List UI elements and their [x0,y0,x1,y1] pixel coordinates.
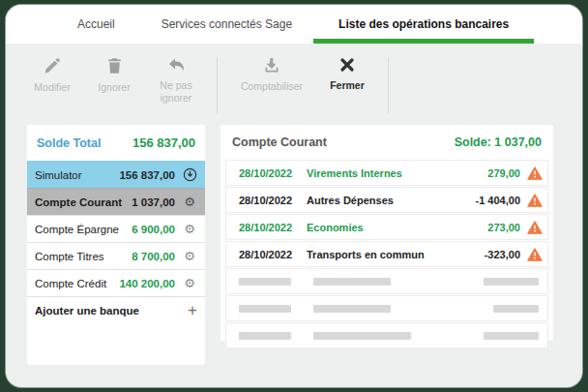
placeholder-bar [313,332,411,340]
solde-total-value: 156 837,00 [132,136,195,150]
fermer-label: Fermer [330,79,365,92]
account-balance: 8 700,00 [132,251,175,262]
operation-amount: -323,00 [485,249,520,260]
operation-label: Virements Internes [307,167,461,179]
operation-amount: 273,00 [487,222,520,233]
toolbar-separator [217,57,218,113]
operations-balance: Solde: 1 037,00 [455,136,542,149]
operation-date: 28/10/2022 [239,195,307,206]
comptabiliser-label: Comptabiliser [241,80,303,93]
operation-row[interactable]: 28/10/2022 Virements Internes 279,00 [225,160,548,186]
ne-pas-ignorer-button[interactable]: Ne pas ignorer [145,57,207,104]
account-balance: 140 200,00 [119,278,175,289]
operation-label: Autres Dépenses [307,195,461,206]
app-window: Accueil Services connectés Sage Liste de… [6,5,582,387]
placeholder-row [225,295,548,321]
add-bank-button[interactable]: Ajouter une banque + [27,296,205,323]
warning-icon[interactable] [527,248,543,261]
solde-total-header: Solde Total 156 837,00 [27,125,205,161]
placeholder-bar [239,305,291,313]
operation-label: Transports en commun [307,249,461,260]
account-balance: 6 900,00 [132,224,175,235]
tab-bar: Accueil Services connectés Sage Liste de… [6,5,582,44]
warning-icon[interactable] [527,166,543,180]
operation-date: 28/10/2022 [239,222,307,233]
ne-pas-ignorer-label: Ne pas ignorer [145,79,207,104]
placeholder-bar [484,332,539,340]
undo-icon [167,57,186,73]
circle-download-icon[interactable] [182,167,197,182]
operation-date: 28/10/2022 [239,167,307,179]
operation-amount: -1 404,00 [476,195,520,206]
placeholder-row [225,268,548,294]
operations-table: 28/10/2022 Virements Internes 279,00 28/… [220,160,553,348]
operation-amount: 279,00 [487,167,520,179]
accounts-panel: Solde Total 156 837,00 Simulator 156 837… [27,125,205,365]
gear-icon[interactable]: ⚙ [182,277,197,289]
tab-liste-operations-bancaires[interactable]: Liste des opérations bancaires [315,5,532,44]
trash-icon [106,57,123,75]
account-row-compte-epargne[interactable]: Compte Épargne 6 900,00 ⚙ [27,215,205,242]
comptabiliser-button[interactable]: Comptabiliser [227,57,316,93]
account-row-compte-courant[interactable]: Compte Courant 1 037,00 ⚙ [27,188,205,215]
ignorer-label: Ignorer [98,81,130,94]
operation-row[interactable]: 28/10/2022 Economies 273,00 [225,214,548,240]
operation-row[interactable]: 28/10/2022 Transports en commun -323,00 [225,241,548,267]
pencil-icon [44,57,61,75]
account-row-simulator[interactable]: Simulator 156 837,00 [27,161,205,188]
plus-icon: + [188,302,197,318]
toolbar-separator [388,57,389,113]
gear-icon[interactable]: ⚙ [182,250,197,262]
account-row-compte-titres[interactable]: Compte Titres 8 700,00 ⚙ [27,242,205,269]
account-balance: 1 037,00 [132,196,175,208]
account-balance: 156 837,00 [119,169,175,181]
gear-icon[interactable]: ⚙ [182,223,197,235]
placeholder-bar [493,305,539,313]
download-icon [263,57,280,74]
account-row-compte-credit[interactable]: Compte Crédit 140 200,00 ⚙ [27,269,205,296]
close-icon [339,57,355,73]
ignorer-button[interactable]: Ignorer [83,57,145,94]
modifier-button[interactable]: Modifier [21,57,83,94]
solde-total-label: Solde Total [37,136,101,150]
warning-icon[interactable] [527,221,543,234]
account-name: Compte Épargne [35,224,119,235]
operation-row[interactable]: 28/10/2022 Autres Dépenses -1 404,00 [225,187,548,213]
operation-label: Economies [307,222,461,233]
gear-icon[interactable]: ⚙ [182,196,197,208]
operations-account-title: Compte Courant [232,136,327,149]
account-name: Compte Crédit [35,278,106,289]
add-bank-label: Ajouter une banque [35,305,139,317]
warning-icon[interactable] [527,194,543,207]
placeholder-bar [484,278,539,286]
account-name: Compte Courant [35,196,122,208]
account-name: Simulator [35,169,82,181]
operation-date: 28/10/2022 [239,249,307,260]
placeholder-bar [313,278,391,286]
modifier-label: Modifier [34,81,70,94]
fermer-button[interactable]: Fermer [316,57,378,92]
placeholder-bar [239,332,291,340]
tab-accueil[interactable]: Accueil [54,5,138,44]
placeholder-bar [313,305,391,313]
placeholder-row [225,322,548,348]
placeholder-bar [239,278,291,286]
content-area: Solde Total 156 837,00 Simulator 156 837… [6,117,582,365]
tab-services-connectes-sage[interactable]: Services connectés Sage [138,5,315,44]
operations-header: Compte Courant Solde: 1 037,00 [220,125,553,160]
account-name: Compte Titres [35,251,104,262]
toolbar: Modifier Ignorer Ne pas ignorer [6,44,582,117]
operations-panel: Compte Courant Solde: 1 037,00 28/10/202… [220,125,553,341]
